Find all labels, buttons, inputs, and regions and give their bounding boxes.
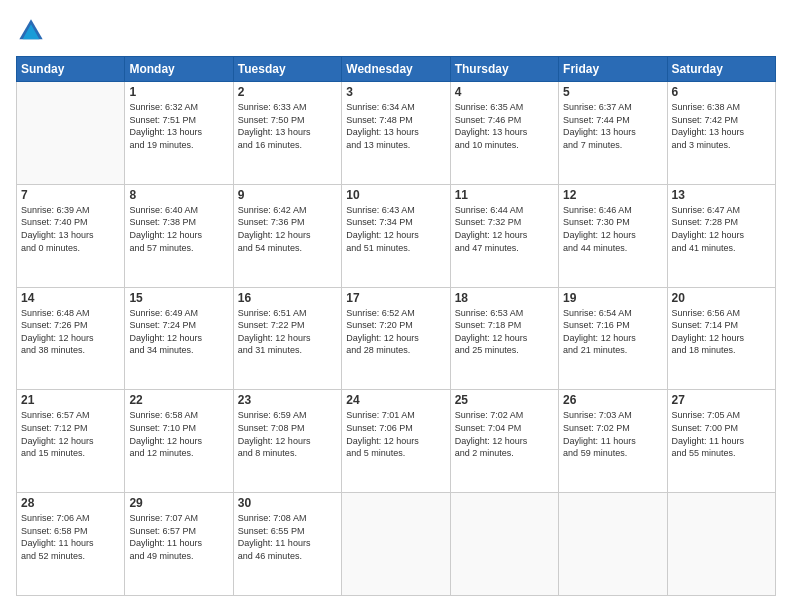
header bbox=[16, 16, 776, 46]
day-number: 27 bbox=[672, 393, 771, 407]
day-number: 22 bbox=[129, 393, 228, 407]
calendar-cell: 3Sunrise: 6:34 AM Sunset: 7:48 PM Daylig… bbox=[342, 82, 450, 185]
calendar-cell bbox=[342, 493, 450, 596]
day-info: Sunrise: 6:52 AM Sunset: 7:20 PM Dayligh… bbox=[346, 307, 445, 357]
day-info: Sunrise: 7:03 AM Sunset: 7:02 PM Dayligh… bbox=[563, 409, 662, 459]
calendar-cell bbox=[667, 493, 775, 596]
weekday-header: Friday bbox=[559, 57, 667, 82]
logo-icon bbox=[16, 16, 46, 46]
calendar-cell: 17Sunrise: 6:52 AM Sunset: 7:20 PM Dayli… bbox=[342, 287, 450, 390]
day-number: 2 bbox=[238, 85, 337, 99]
day-number: 19 bbox=[563, 291, 662, 305]
day-number: 9 bbox=[238, 188, 337, 202]
day-info: Sunrise: 6:32 AM Sunset: 7:51 PM Dayligh… bbox=[129, 101, 228, 151]
calendar-cell: 9Sunrise: 6:42 AM Sunset: 7:36 PM Daylig… bbox=[233, 184, 341, 287]
day-number: 21 bbox=[21, 393, 120, 407]
calendar-cell: 15Sunrise: 6:49 AM Sunset: 7:24 PM Dayli… bbox=[125, 287, 233, 390]
day-number: 3 bbox=[346, 85, 445, 99]
calendar-cell bbox=[450, 493, 558, 596]
day-info: Sunrise: 6:34 AM Sunset: 7:48 PM Dayligh… bbox=[346, 101, 445, 151]
calendar-cell: 23Sunrise: 6:59 AM Sunset: 7:08 PM Dayli… bbox=[233, 390, 341, 493]
day-info: Sunrise: 6:49 AM Sunset: 7:24 PM Dayligh… bbox=[129, 307, 228, 357]
day-number: 7 bbox=[21, 188, 120, 202]
calendar-cell: 6Sunrise: 6:38 AM Sunset: 7:42 PM Daylig… bbox=[667, 82, 775, 185]
day-number: 25 bbox=[455, 393, 554, 407]
day-number: 14 bbox=[21, 291, 120, 305]
day-number: 16 bbox=[238, 291, 337, 305]
weekday-header: Monday bbox=[125, 57, 233, 82]
day-number: 12 bbox=[563, 188, 662, 202]
day-number: 24 bbox=[346, 393, 445, 407]
calendar-cell: 1Sunrise: 6:32 AM Sunset: 7:51 PM Daylig… bbox=[125, 82, 233, 185]
day-info: Sunrise: 6:42 AM Sunset: 7:36 PM Dayligh… bbox=[238, 204, 337, 254]
day-number: 26 bbox=[563, 393, 662, 407]
day-info: Sunrise: 7:06 AM Sunset: 6:58 PM Dayligh… bbox=[21, 512, 120, 562]
day-info: Sunrise: 6:46 AM Sunset: 7:30 PM Dayligh… bbox=[563, 204, 662, 254]
day-info: Sunrise: 6:47 AM Sunset: 7:28 PM Dayligh… bbox=[672, 204, 771, 254]
weekday-header: Wednesday bbox=[342, 57, 450, 82]
calendar-cell: 28Sunrise: 7:06 AM Sunset: 6:58 PM Dayli… bbox=[17, 493, 125, 596]
calendar-cell: 8Sunrise: 6:40 AM Sunset: 7:38 PM Daylig… bbox=[125, 184, 233, 287]
day-number: 17 bbox=[346, 291, 445, 305]
calendar-cell: 18Sunrise: 6:53 AM Sunset: 7:18 PM Dayli… bbox=[450, 287, 558, 390]
day-info: Sunrise: 6:39 AM Sunset: 7:40 PM Dayligh… bbox=[21, 204, 120, 254]
day-number: 20 bbox=[672, 291, 771, 305]
calendar-cell: 24Sunrise: 7:01 AM Sunset: 7:06 PM Dayli… bbox=[342, 390, 450, 493]
day-info: Sunrise: 6:44 AM Sunset: 7:32 PM Dayligh… bbox=[455, 204, 554, 254]
day-number: 28 bbox=[21, 496, 120, 510]
calendar-cell: 25Sunrise: 7:02 AM Sunset: 7:04 PM Dayli… bbox=[450, 390, 558, 493]
day-info: Sunrise: 6:40 AM Sunset: 7:38 PM Dayligh… bbox=[129, 204, 228, 254]
logo bbox=[16, 16, 50, 46]
day-number: 8 bbox=[129, 188, 228, 202]
day-info: Sunrise: 6:58 AM Sunset: 7:10 PM Dayligh… bbox=[129, 409, 228, 459]
day-info: Sunrise: 6:51 AM Sunset: 7:22 PM Dayligh… bbox=[238, 307, 337, 357]
calendar-cell: 10Sunrise: 6:43 AM Sunset: 7:34 PM Dayli… bbox=[342, 184, 450, 287]
calendar-cell: 29Sunrise: 7:07 AM Sunset: 6:57 PM Dayli… bbox=[125, 493, 233, 596]
calendar-cell bbox=[17, 82, 125, 185]
day-info: Sunrise: 6:33 AM Sunset: 7:50 PM Dayligh… bbox=[238, 101, 337, 151]
calendar-cell: 16Sunrise: 6:51 AM Sunset: 7:22 PM Dayli… bbox=[233, 287, 341, 390]
day-number: 10 bbox=[346, 188, 445, 202]
calendar-cell: 30Sunrise: 7:08 AM Sunset: 6:55 PM Dayli… bbox=[233, 493, 341, 596]
weekday-header: Tuesday bbox=[233, 57, 341, 82]
calendar-cell: 12Sunrise: 6:46 AM Sunset: 7:30 PM Dayli… bbox=[559, 184, 667, 287]
calendar-cell: 20Sunrise: 6:56 AM Sunset: 7:14 PM Dayli… bbox=[667, 287, 775, 390]
day-info: Sunrise: 6:56 AM Sunset: 7:14 PM Dayligh… bbox=[672, 307, 771, 357]
calendar-cell: 2Sunrise: 6:33 AM Sunset: 7:50 PM Daylig… bbox=[233, 82, 341, 185]
calendar-table: SundayMondayTuesdayWednesdayThursdayFrid… bbox=[16, 56, 776, 596]
day-info: Sunrise: 6:54 AM Sunset: 7:16 PM Dayligh… bbox=[563, 307, 662, 357]
day-number: 30 bbox=[238, 496, 337, 510]
page: SundayMondayTuesdayWednesdayThursdayFrid… bbox=[0, 0, 792, 612]
day-info: Sunrise: 6:43 AM Sunset: 7:34 PM Dayligh… bbox=[346, 204, 445, 254]
day-number: 29 bbox=[129, 496, 228, 510]
calendar-cell: 5Sunrise: 6:37 AM Sunset: 7:44 PM Daylig… bbox=[559, 82, 667, 185]
calendar-cell: 13Sunrise: 6:47 AM Sunset: 7:28 PM Dayli… bbox=[667, 184, 775, 287]
day-info: Sunrise: 6:38 AM Sunset: 7:42 PM Dayligh… bbox=[672, 101, 771, 151]
day-info: Sunrise: 6:48 AM Sunset: 7:26 PM Dayligh… bbox=[21, 307, 120, 357]
calendar-cell bbox=[559, 493, 667, 596]
day-info: Sunrise: 7:01 AM Sunset: 7:06 PM Dayligh… bbox=[346, 409, 445, 459]
calendar-cell: 26Sunrise: 7:03 AM Sunset: 7:02 PM Dayli… bbox=[559, 390, 667, 493]
day-info: Sunrise: 6:59 AM Sunset: 7:08 PM Dayligh… bbox=[238, 409, 337, 459]
day-number: 6 bbox=[672, 85, 771, 99]
day-number: 15 bbox=[129, 291, 228, 305]
day-info: Sunrise: 7:05 AM Sunset: 7:00 PM Dayligh… bbox=[672, 409, 771, 459]
day-number: 11 bbox=[455, 188, 554, 202]
weekday-header: Thursday bbox=[450, 57, 558, 82]
day-number: 23 bbox=[238, 393, 337, 407]
calendar-cell: 19Sunrise: 6:54 AM Sunset: 7:16 PM Dayli… bbox=[559, 287, 667, 390]
day-info: Sunrise: 7:08 AM Sunset: 6:55 PM Dayligh… bbox=[238, 512, 337, 562]
day-number: 13 bbox=[672, 188, 771, 202]
day-info: Sunrise: 6:57 AM Sunset: 7:12 PM Dayligh… bbox=[21, 409, 120, 459]
calendar-cell: 11Sunrise: 6:44 AM Sunset: 7:32 PM Dayli… bbox=[450, 184, 558, 287]
day-info: Sunrise: 7:02 AM Sunset: 7:04 PM Dayligh… bbox=[455, 409, 554, 459]
calendar-cell: 21Sunrise: 6:57 AM Sunset: 7:12 PM Dayli… bbox=[17, 390, 125, 493]
calendar-cell: 7Sunrise: 6:39 AM Sunset: 7:40 PM Daylig… bbox=[17, 184, 125, 287]
day-info: Sunrise: 6:37 AM Sunset: 7:44 PM Dayligh… bbox=[563, 101, 662, 151]
day-info: Sunrise: 6:53 AM Sunset: 7:18 PM Dayligh… bbox=[455, 307, 554, 357]
day-number: 4 bbox=[455, 85, 554, 99]
calendar-cell: 4Sunrise: 6:35 AM Sunset: 7:46 PM Daylig… bbox=[450, 82, 558, 185]
calendar-cell: 22Sunrise: 6:58 AM Sunset: 7:10 PM Dayli… bbox=[125, 390, 233, 493]
day-info: Sunrise: 7:07 AM Sunset: 6:57 PM Dayligh… bbox=[129, 512, 228, 562]
calendar-cell: 27Sunrise: 7:05 AM Sunset: 7:00 PM Dayli… bbox=[667, 390, 775, 493]
